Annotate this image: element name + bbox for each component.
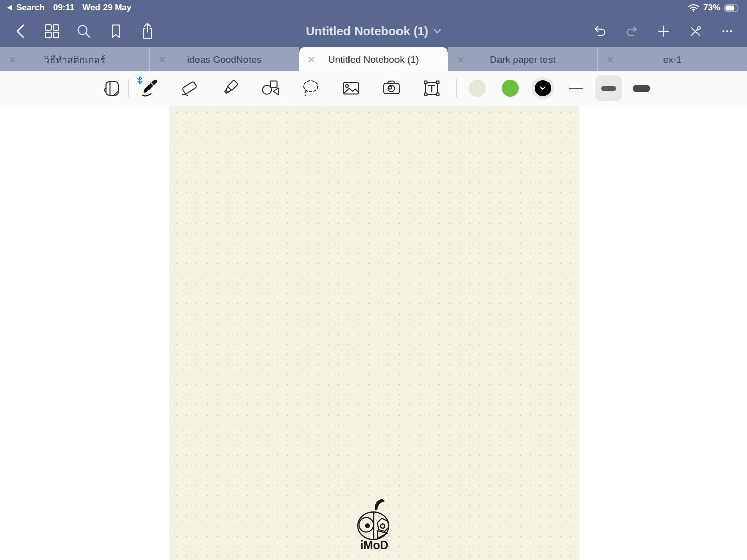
tab-label: Dark paper test bbox=[448, 54, 597, 65]
notebook-title-menu[interactable]: Untitled Notebook (1) bbox=[306, 24, 441, 38]
camera-tool-button[interactable] bbox=[371, 73, 412, 104]
status-bar: Search 09:11 Wed 29 May 73% bbox=[0, 0, 747, 15]
text-tool-button[interactable] bbox=[412, 73, 452, 104]
stroke-width-medium-button[interactable] bbox=[592, 73, 625, 104]
bookmark-icon bbox=[108, 23, 124, 39]
undo-button[interactable] bbox=[591, 21, 609, 41]
close-tab-icon[interactable]: ✕ bbox=[307, 55, 316, 65]
status-back-label: Search bbox=[16, 3, 45, 13]
page-view-mode-button[interactable] bbox=[94, 73, 128, 104]
tab-untitled-notebook[interactable]: ✕ Untitled Notebook (1) bbox=[299, 47, 448, 71]
color-swatch-green[interactable] bbox=[493, 73, 526, 104]
camera-icon bbox=[381, 78, 402, 99]
toolbar-divider bbox=[456, 79, 457, 98]
status-back-to-search[interactable]: Search bbox=[7, 3, 45, 13]
tab-ideas-goodnotes[interactable]: ✕ ideas GoodNotes bbox=[150, 47, 298, 71]
tab-ex-1[interactable]: ✕ ex-1 bbox=[598, 47, 747, 71]
color-swatch-cream[interactable] bbox=[461, 73, 493, 104]
close-tab-icon[interactable]: ✕ bbox=[606, 55, 615, 65]
black-color-circle bbox=[532, 77, 554, 99]
thumbnails-button[interactable] bbox=[43, 21, 61, 41]
eraser-tool-button[interactable] bbox=[169, 73, 210, 104]
image-tool-button[interactable] bbox=[331, 73, 371, 104]
imod-logo: iMoD bbox=[345, 496, 404, 552]
lasso-icon bbox=[300, 78, 321, 99]
chevron-left-icon bbox=[14, 23, 27, 40]
bluetooth-icon bbox=[137, 76, 143, 84]
tab-label: วิธีทำสติกเกอร์ bbox=[0, 52, 149, 67]
pen-tool-button[interactable] bbox=[129, 73, 169, 104]
color-swatch-black-selected[interactable] bbox=[526, 73, 559, 104]
tab-label: ideas GoodNotes bbox=[150, 54, 298, 65]
status-date: Wed 29 May bbox=[82, 3, 131, 13]
shapes-icon bbox=[260, 78, 281, 99]
medium-stroke-sample bbox=[601, 86, 616, 91]
canvas-area: iMoD bbox=[0, 106, 747, 560]
search-icon bbox=[76, 23, 92, 39]
thick-stroke-sample bbox=[633, 85, 650, 92]
top-chrome: Search 09:11 Wed 29 May 73% bbox=[0, 0, 747, 71]
page-view-icon bbox=[101, 78, 121, 98]
back-button[interactable] bbox=[11, 21, 29, 41]
cut-tool-button[interactable] bbox=[686, 21, 705, 41]
status-time: 09:11 bbox=[53, 3, 75, 13]
plus-icon bbox=[655, 23, 672, 40]
notebook-page[interactable]: iMoD bbox=[169, 106, 579, 560]
battery-percent: 73% bbox=[703, 3, 720, 13]
image-icon bbox=[340, 78, 362, 99]
share-icon bbox=[139, 22, 156, 40]
document-tab-bar: ✕ วิธีทำสติกเกอร์ ✕ ideas GoodNotes ✕ Un… bbox=[0, 47, 747, 71]
add-page-button[interactable] bbox=[655, 21, 673, 41]
eraser-icon bbox=[179, 78, 200, 99]
share-button[interactable] bbox=[138, 21, 157, 41]
undo-icon bbox=[591, 23, 609, 40]
redo-icon bbox=[623, 23, 640, 40]
bookmark-button[interactable] bbox=[107, 21, 125, 41]
back-triangle-icon bbox=[7, 5, 13, 11]
stroke-width-thick-button[interactable] bbox=[625, 73, 658, 104]
tab-dark-paper-test[interactable]: ✕ Dark paper test bbox=[448, 47, 597, 71]
scissors-icon bbox=[687, 23, 704, 40]
text-box-icon bbox=[421, 78, 442, 99]
close-tab-icon[interactable]: ✕ bbox=[456, 55, 465, 65]
watermark-text: iMoD bbox=[360, 539, 388, 552]
battery-icon bbox=[724, 4, 740, 12]
cream-color-circle bbox=[469, 80, 486, 97]
chevron-down-icon bbox=[540, 86, 546, 90]
more-options-button[interactable] bbox=[718, 21, 736, 41]
page-title: Untitled Notebook (1) bbox=[306, 24, 428, 38]
tab-label: Untitled Notebook (1) bbox=[299, 54, 448, 65]
highlighter-icon bbox=[219, 78, 240, 99]
tab-label: ex-1 bbox=[598, 54, 747, 65]
lasso-tool-button[interactable] bbox=[290, 73, 331, 104]
tools-toolbar bbox=[0, 71, 747, 106]
highlighter-tool-button[interactable] bbox=[210, 73, 250, 104]
navigation-bar: Untitled Notebook (1) bbox=[0, 15, 747, 47]
green-color-circle bbox=[502, 80, 519, 97]
chevron-down-icon bbox=[434, 29, 441, 34]
selected-stroke-highlight bbox=[595, 75, 622, 101]
thin-stroke-sample bbox=[569, 88, 583, 89]
grid-icon bbox=[44, 23, 60, 39]
ellipsis-icon bbox=[719, 23, 736, 40]
redo-button[interactable] bbox=[623, 21, 641, 41]
search-button[interactable] bbox=[75, 21, 93, 41]
stroke-width-thin-button[interactable] bbox=[559, 73, 592, 104]
shapes-tool-button[interactable] bbox=[250, 73, 290, 104]
tab-sticker-howto[interactable]: ✕ วิธีทำสติกเกอร์ bbox=[0, 47, 150, 71]
close-tab-icon[interactable]: ✕ bbox=[8, 55, 17, 65]
wifi-icon bbox=[688, 4, 699, 12]
watermark: iMoD bbox=[345, 496, 404, 554]
close-tab-icon[interactable]: ✕ bbox=[158, 55, 166, 65]
